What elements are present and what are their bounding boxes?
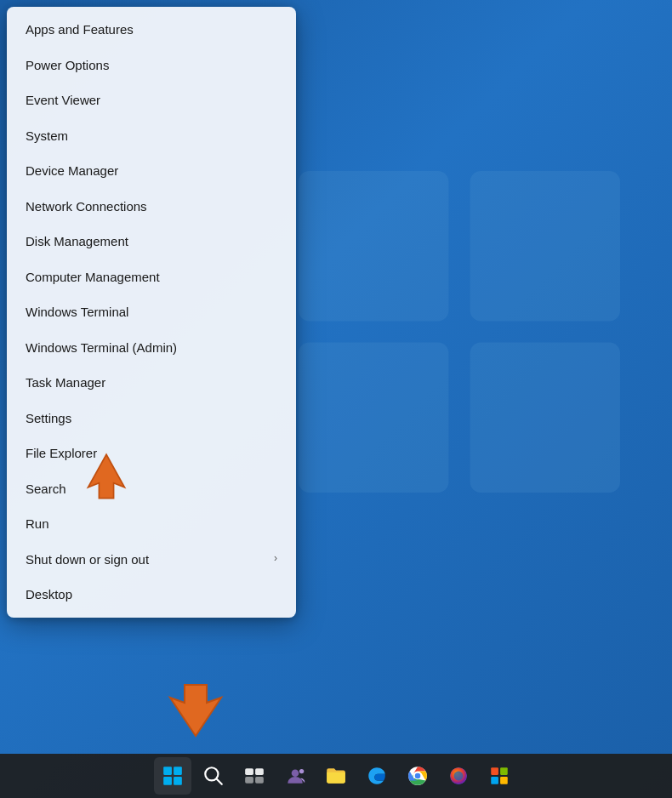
start-button[interactable]	[154, 757, 191, 795]
svg-rect-14	[245, 777, 253, 784]
menu-item-run[interactable]: Run	[7, 506, 296, 542]
menu-item-label-desktop: Desktop	[26, 586, 72, 603]
svg-rect-1	[470, 171, 620, 321]
svg-point-16	[292, 769, 299, 777]
menu-item-label-settings: Settings	[26, 410, 71, 427]
menu-item-shut-down[interactable]: Shut down or sign out›	[7, 542, 296, 578]
taskbar-task-view-button[interactable]	[236, 757, 273, 795]
menu-item-desktop[interactable]: Desktop	[7, 577, 296, 613]
svg-rect-9	[174, 777, 182, 785]
menu-item-network-connections[interactable]: Network Connections	[7, 189, 296, 225]
menu-item-label-task-manager: Task Manager	[26, 374, 105, 391]
svg-rect-15	[255, 777, 264, 784]
menu-item-label-power-options: Power Options	[26, 57, 109, 74]
menu-item-label-apps-features: Apps and Features	[26, 21, 134, 38]
svg-rect-24	[491, 767, 498, 775]
svg-point-17	[299, 769, 304, 773]
menu-item-label-device-manager: Device Manager	[26, 162, 118, 180]
svg-rect-8	[163, 777, 172, 785]
svg-rect-25	[500, 767, 508, 775]
menu-item-label-windows-terminal-admin: Windows Terminal (Admin)	[26, 339, 177, 356]
menu-item-label-file-explorer: File Explorer	[26, 445, 97, 462]
svg-rect-27	[500, 777, 508, 784]
context-menu: Apps and FeaturesPower OptionsEvent View…	[7, 7, 296, 618]
menu-item-system[interactable]: System	[7, 118, 296, 154]
taskbar	[0, 754, 672, 798]
svg-rect-7	[174, 767, 182, 775]
taskbar-file-explorer-button[interactable]	[317, 757, 355, 795]
menu-item-label-windows-terminal: Windows Terminal	[26, 304, 128, 321]
menu-item-file-explorer[interactable]: File Explorer	[7, 436, 296, 471]
menu-item-computer-management[interactable]: Computer Management	[7, 259, 296, 295]
desktop: Apps and FeaturesPower OptionsEvent View…	[0, 0, 672, 798]
taskbar-teams-button[interactable]	[276, 757, 314, 795]
menu-item-label-disk-management: Disk Management	[26, 233, 128, 250]
menu-item-label-network-connections: Network Connections	[26, 198, 147, 215]
desktop-watermark	[281, 153, 638, 510]
menu-item-label-shut-down: Shut down or sign out	[26, 551, 149, 568]
svg-line-11	[217, 779, 222, 784]
svg-rect-12	[245, 768, 253, 775]
cursor-arrow-down	[166, 681, 225, 740]
svg-rect-2	[299, 343, 448, 493]
menu-item-label-computer-management: Computer Management	[26, 269, 160, 286]
menu-item-label-search: Search	[26, 481, 66, 498]
svg-rect-26	[491, 777, 498, 784]
menu-item-disk-management[interactable]: Disk Management	[7, 224, 296, 259]
taskbar-firefox-button[interactable]	[440, 757, 477, 795]
menu-item-task-manager[interactable]: Task Manager	[7, 365, 296, 401]
menu-item-power-options[interactable]: Power Options	[7, 48, 296, 83]
taskbar-edge-button[interactable]	[358, 757, 396, 795]
svg-rect-6	[163, 767, 172, 775]
svg-rect-0	[299, 171, 448, 321]
svg-rect-13	[255, 768, 264, 775]
svg-rect-3	[470, 343, 620, 493]
svg-marker-5	[170, 685, 221, 736]
menu-item-apps-features[interactable]: Apps and Features	[7, 12, 296, 48]
menu-item-label-system: System	[26, 128, 68, 145]
menu-item-windows-terminal-admin[interactable]: Windows Terminal (Admin)	[7, 330, 296, 366]
menu-item-settings[interactable]: Settings	[7, 401, 296, 436]
menu-item-label-run: Run	[26, 516, 49, 533]
menu-item-label-event-viewer: Event Viewer	[26, 92, 100, 109]
menu-item-search[interactable]: Search	[7, 471, 296, 507]
menu-item-event-viewer[interactable]: Event Viewer	[7, 83, 296, 118]
taskbar-chrome-button[interactable]	[399, 757, 436, 795]
svg-point-20	[415, 773, 421, 779]
menu-item-arrow-shut-down: ›	[274, 552, 277, 566]
taskbar-search-button[interactable]	[195, 757, 232, 795]
taskbar-store-button[interactable]	[481, 757, 518, 795]
menu-item-windows-terminal[interactable]: Windows Terminal	[7, 294, 296, 330]
menu-item-device-manager[interactable]: Device Manager	[7, 153, 296, 189]
svg-point-23	[454, 772, 464, 781]
